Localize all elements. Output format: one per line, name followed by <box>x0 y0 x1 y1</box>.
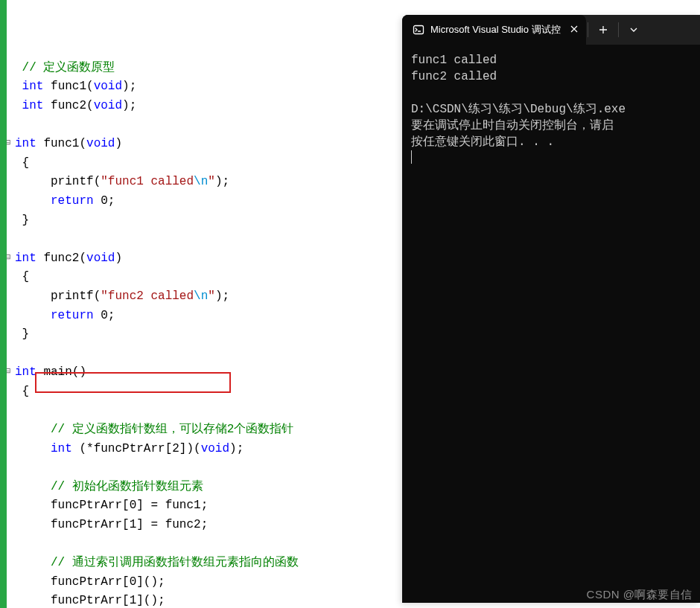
svg-rect-0 <box>414 26 424 34</box>
cursor <box>411 150 412 164</box>
close-icon[interactable] <box>570 25 579 36</box>
code-content: // 定义函数原型 int func1(void); int func2(voi… <box>6 55 402 608</box>
change-gutter <box>0 0 7 608</box>
new-tab-button[interactable] <box>590 15 617 45</box>
highlight-box <box>35 372 231 393</box>
code-editor[interactable]: // 定义函数原型 int func1(void); int func2(voi… <box>0 0 402 608</box>
terminal-icon <box>413 24 424 36</box>
terminal-window: Microsoft Visual Studio 调试控 func1 called… <box>402 15 700 603</box>
watermark: CSDN @啊森要自信 <box>587 588 693 602</box>
terminal-tab[interactable]: Microsoft Visual Studio 调试控 <box>402 15 586 45</box>
tab-title: Microsoft Visual Studio 调试控 <box>430 23 561 36</box>
terminal-output[interactable]: func1 called func2 called D:\CSDN\练习\练习\… <box>402 45 700 174</box>
titlebar[interactable]: Microsoft Visual Studio 调试控 <box>402 15 700 45</box>
dropdown-button[interactable] <box>620 15 647 45</box>
